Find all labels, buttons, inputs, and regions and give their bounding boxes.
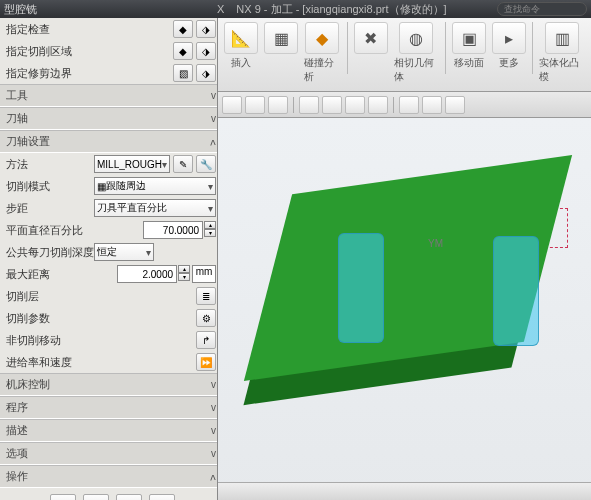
label: 指定修剪边界 — [6, 66, 170, 81]
section-tool[interactable]: 工具v — [0, 84, 217, 107]
section-describe[interactable]: 描述v — [0, 419, 217, 442]
tool-icon[interactable] — [222, 96, 242, 114]
display-icon[interactable]: ⬗ — [196, 20, 216, 38]
spinner[interactable]: ▴▾ — [204, 221, 216, 239]
step-select[interactable]: 刀具平直百分比 — [94, 199, 216, 217]
section-axis[interactable]: 刀轴v — [0, 107, 217, 130]
section-machine-ctrl[interactable]: 机床控制v — [0, 373, 217, 396]
ribbon-group[interactable]: ✖ — [354, 22, 388, 54]
row-cut-mode: 切削模式 ▦ 跟随周边 — [0, 175, 217, 197]
row-method: 方法 MILL_ROUGH ✎ 🔧 — [0, 153, 217, 175]
row-cut-params: 切削参数 ⚙ — [0, 307, 217, 329]
unit-select[interactable]: mm — [192, 265, 216, 283]
chevron-down-icon: v — [211, 379, 216, 390]
title-bar: 型腔铣 X NX 9 - 加工 - [xiangqiangxi8.prt（修改的… — [0, 0, 591, 18]
geom-icon[interactable]: ◆ — [173, 42, 193, 60]
boundary-icon[interactable]: ▧ — [173, 64, 193, 82]
viewport-3d[interactable]: YM — [218, 118, 591, 500]
edit-icon[interactable]: ✎ — [173, 155, 193, 173]
model-cylinder — [493, 236, 539, 346]
cut-params-icon[interactable]: ⚙ — [196, 309, 216, 327]
chevron-down-icon: v — [211, 90, 216, 101]
chevron-down-icon: v — [211, 402, 216, 413]
row-depth: 公共每刀切削深度 恒定 — [0, 241, 217, 263]
section-program[interactable]: 程序v — [0, 396, 217, 419]
tool-icon[interactable] — [345, 96, 365, 114]
main-area: 📐插入 ▦ ◆碰撞分析 ✖ ◍相切几何体 ▣移动面 ▸更多 ▥实体化凸模 — [218, 18, 591, 500]
insert-icon: 📐 — [224, 22, 258, 54]
generate-icon[interactable]: ▶ — [50, 494, 76, 500]
plane-pct-input[interactable] — [143, 221, 203, 239]
operation-dialog: 指定检查 ◆ ⬗ 指定切削区域 ◆ ⬗ 指定修剪边界 ▧ ⬗ 工具v 刀轴v 刀… — [0, 18, 218, 500]
cut-mode-select[interactable]: ▦ 跟随周边 — [94, 177, 216, 195]
row-cut-area: 指定切削区域 ◆ ⬗ — [0, 40, 217, 62]
tool-icon[interactable] — [445, 96, 465, 114]
ribbon-group[interactable]: ◆碰撞分析 — [304, 22, 341, 84]
tool-icon[interactable] — [299, 96, 319, 114]
ribbon-group[interactable]: ▣移动面 — [452, 22, 486, 70]
section-axis-setting[interactable]: 刀轴设置ʌ — [0, 130, 217, 153]
verify-icon[interactable]: ✔ — [116, 494, 142, 500]
replay-icon[interactable]: ⟳ — [83, 494, 109, 500]
display-icon[interactable]: ⬗ — [196, 64, 216, 82]
section-operate[interactable]: 操作ʌ — [0, 465, 217, 488]
row-step: 步距 刀具平直百分比 — [0, 197, 217, 219]
chevron-up-icon: ʌ — [210, 471, 216, 482]
list-icon[interactable]: ≡ — [149, 494, 175, 500]
row-noncut-move: 非切削移动 ↱ — [0, 329, 217, 351]
section-options[interactable]: 选项v — [0, 442, 217, 465]
viewport-tabs[interactable] — [218, 482, 591, 500]
axis-label-ym: YM — [428, 238, 443, 249]
ribbon-group[interactable]: ▦ — [264, 22, 298, 54]
geom-icon[interactable]: ◆ — [173, 20, 193, 38]
quick-toolbar — [218, 92, 591, 118]
delete-icon: ✖ — [354, 22, 388, 54]
max-dist-input[interactable] — [117, 265, 177, 283]
ribbon-more[interactable]: ▸更多 — [492, 22, 526, 70]
chevron-down-icon: v — [211, 425, 216, 436]
chevron-down-icon: v — [211, 448, 216, 459]
ribbon-group[interactable]: ▥实体化凸模 — [539, 22, 585, 84]
tool-icon[interactable] — [245, 96, 265, 114]
move-face-icon: ▣ — [452, 22, 486, 54]
tool-icon[interactable] — [268, 96, 288, 114]
search-input[interactable]: 查找命令 — [497, 2, 587, 16]
label: 指定检查 — [6, 22, 170, 37]
grid-icon: ▦ — [264, 22, 298, 54]
dialog-title: 型腔铣 — [4, 2, 37, 17]
tool-icon[interactable] — [322, 96, 342, 114]
method-select[interactable]: MILL_ROUGH — [94, 155, 170, 173]
ribbon-group[interactable]: 📐插入 — [224, 22, 258, 70]
chevron-up-icon: ʌ — [210, 136, 216, 147]
display-icon[interactable]: ⬗ — [196, 42, 216, 60]
model-cylinder — [338, 233, 384, 343]
tool-icon[interactable] — [399, 96, 419, 114]
ribbon-group[interactable]: ◍相切几何体 — [394, 22, 440, 84]
tool-icon[interactable]: 🔧 — [196, 155, 216, 173]
feed-icon[interactable]: ⏩ — [196, 353, 216, 371]
analysis-icon: ◆ — [305, 22, 339, 54]
noncut-icon[interactable]: ↱ — [196, 331, 216, 349]
spinner[interactable]: ▴▾ — [178, 265, 190, 283]
solidify-icon: ▥ — [545, 22, 579, 54]
chevron-down-icon: v — [211, 113, 216, 124]
row-specify-part: 指定检查 ◆ ⬗ — [0, 18, 217, 40]
row-feed-speed: 进给率和速度 ⏩ — [0, 351, 217, 373]
app-title: NX 9 - 加工 - [xiangqiangxi8.prt（修改的）] — [236, 2, 446, 17]
close-icon[interactable]: X — [217, 3, 224, 15]
depth-select[interactable]: 恒定 — [94, 243, 154, 261]
row-trim-boundary: 指定修剪边界 ▧ ⬗ — [0, 62, 217, 84]
tangent-icon: ◍ — [399, 22, 433, 54]
ribbon: 📐插入 ▦ ◆碰撞分析 ✖ ◍相切几何体 ▣移动面 ▸更多 ▥实体化凸模 — [218, 18, 591, 92]
label: 指定切削区域 — [6, 44, 170, 59]
row-max-dist: 最大距离 ▴▾ mm — [0, 263, 217, 285]
tool-icon[interactable] — [422, 96, 442, 114]
row-plane-pct: 平面直径百分比 ▴▾ — [0, 219, 217, 241]
tool-icon[interactable] — [368, 96, 388, 114]
operation-icons: ▶ ⟳ ✔ ≡ — [0, 488, 217, 500]
more-icon: ▸ — [492, 22, 526, 54]
row-cut-layer: 切削层 ≣ — [0, 285, 217, 307]
cut-layer-icon[interactable]: ≣ — [196, 287, 216, 305]
